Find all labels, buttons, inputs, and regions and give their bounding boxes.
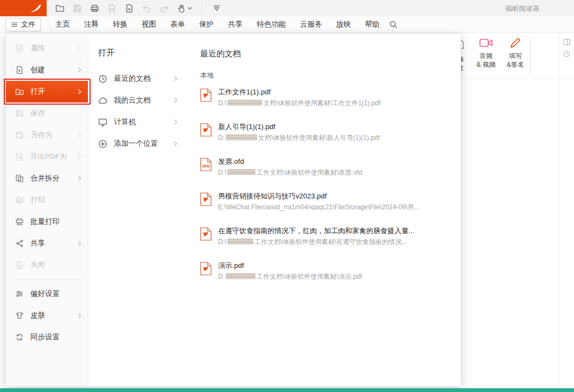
computer-icon: [98, 118, 107, 127]
tab-help[interactable]: 帮助: [358, 16, 387, 33]
customize-toolbar-button[interactable]: [212, 4, 221, 13]
recent-file-item[interactable]: 在遵守饮食指南的情况下，红肉，加工肉和家禽的膳食摄入量...D:\工作文档\体验…: [200, 227, 448, 246]
file-path: D:\工作文档\体验软件使用素材\在遵守饮食指南的情况...: [218, 238, 414, 246]
file-name: 男模营销接待知识与技巧v2023.pdf: [218, 192, 419, 201]
sidebar-item-preferences[interactable]: 偏好设置: [6, 283, 88, 305]
redacted-path-segment: [226, 273, 256, 279]
hand-tool-button[interactable]: [177, 4, 192, 13]
recent-file-item[interactable]: OFD发票.ofdD:\工作文档\体验软件使用素材\发票.ofd: [200, 157, 448, 177]
batch-print-icon: [15, 217, 24, 226]
tab-form[interactable]: 表单: [163, 16, 192, 33]
recent-file-item[interactable]: 工作文件1(1).pdfD:\文档\体验软件使用素材\工作文件1(1).pdf: [200, 88, 448, 107]
chevron-right-icon: [174, 76, 177, 81]
right-panel-icon[interactable]: [563, 38, 571, 46]
properties-icon: [15, 44, 24, 53]
create-pdf-button[interactable]: [125, 4, 134, 13]
ribbon-separator: [530, 36, 531, 75]
tab-convert[interactable]: 转换: [106, 16, 135, 33]
chevron-right-icon: [78, 176, 81, 181]
foxit-logo-icon: [29, 3, 42, 14]
save-as-icon: [15, 131, 24, 139]
sidebar-item-export-pdf[interactable]: 导出PDF为: [6, 146, 88, 168]
sidebar-item-save-as[interactable]: 另存为: [6, 124, 88, 146]
sidebar-item-label: 保存: [30, 108, 45, 118]
foxit-logo[interactable]: [0, 0, 47, 16]
tab-special-features[interactable]: 特色功能: [250, 16, 293, 33]
ribbon-group-audio-video[interactable]: 音频 & 视频: [471, 36, 501, 69]
sidebar-item-print[interactable]: 打印: [6, 189, 88, 211]
sidebar-item-open[interactable]: 打开: [6, 81, 88, 102]
file-name: 在遵守饮食指南的情况下，红肉，加工肉和家禽的膳食摄入量...: [218, 227, 414, 235]
save-icon: [15, 109, 24, 118]
app-title: 福昕阅读器: [506, 4, 540, 14]
app-window: 福昕阅读器 文件 主页注释转换视图表单保护共享特色功能云服务放映帮助 像 注: [0, 0, 574, 392]
sidebar-item-sync-settings[interactable]: 同步设置: [6, 326, 88, 348]
merge-split-icon: [15, 174, 24, 183]
pencil-sign-icon: [509, 36, 522, 49]
recent-file-item[interactable]: 男模营销接待知识与技巧v2023.pdfE:\WeChat Files\wxid…: [200, 192, 448, 211]
svg-text:OFD: OFD: [202, 164, 209, 168]
tab-share[interactable]: 共享: [221, 16, 250, 33]
print-button[interactable]: [90, 4, 99, 13]
open-item-computer[interactable]: 计算机: [98, 111, 185, 133]
open-item-my-cloud-documents[interactable]: 我的云文档: [98, 89, 185, 111]
tab-home[interactable]: 主页: [48, 16, 77, 33]
redo-icon: [160, 4, 169, 13]
recent-files-list: 工作文件1(1).pdfD:\文档\体验软件使用素材\工作文件1(1).pdf新…: [200, 88, 448, 281]
sidebar-item-label: 另存为: [30, 130, 53, 140]
sidebar-item-label: 打印: [30, 195, 45, 205]
sidebar-item-label: 创建: [30, 65, 45, 75]
pdf-file-icon: [200, 227, 212, 241]
right-panel-icon-2[interactable]: [563, 50, 571, 58]
file-name: 演示.pdf: [218, 261, 362, 270]
open-section: 打开 最近的文档我的云文档计算机添加一个位置: [88, 34, 185, 386]
recent-documents-section: 最近的文档 本地 工作文件1(1).pdfD:\文档\体验软件使用素材\工作文件…: [185, 34, 461, 386]
chevron-right-icon: [78, 89, 81, 94]
toolbar-separator: [202, 4, 202, 12]
open-icon: [15, 87, 24, 96]
save-button[interactable]: [73, 4, 82, 13]
ribbon-group-fill-sign[interactable]: 填写 &签名: [501, 36, 530, 69]
file-path: D:\工作文档\体验软件使用素材\发票.ofd: [218, 169, 362, 177]
sidebar-item-skin[interactable]: 皮肤: [6, 305, 88, 326]
cloud-icon: [98, 96, 107, 105]
sidebar-item-close[interactable]: 关闭: [6, 254, 88, 276]
sidebar-item-share[interactable]: 共享: [6, 233, 88, 254]
pdf-file-icon: [200, 123, 212, 137]
sidebar-item-label: 打开: [30, 87, 45, 97]
tab-protect[interactable]: 保护: [192, 16, 221, 33]
file-menu-button[interactable]: 文件: [5, 18, 41, 31]
undo-button[interactable]: [142, 4, 151, 13]
sidebar-item-create[interactable]: 创建: [6, 59, 88, 81]
recent-file-item[interactable]: 新人引导(1)(1).pdfD:文档\体验软件使用素材\新人引导(1)(1).p…: [200, 123, 448, 142]
sidebar-item-label: 皮肤: [30, 311, 45, 320]
pdf-file-icon: [200, 192, 212, 206]
file-menu-button-label: 文件: [21, 20, 35, 29]
sidebar-item-batch-print[interactable]: 批量打印: [6, 211, 88, 233]
hand-icon: [177, 4, 186, 13]
chevron-right-icon: [78, 154, 81, 159]
tab-cloud-service[interactable]: 云服务: [293, 16, 329, 33]
titlebar: 福昕阅读器: [0, 0, 574, 16]
open-item-add-a-place[interactable]: 添加一个位置: [98, 133, 185, 155]
chevron-right-icon: [78, 241, 81, 246]
sidebar-item-merge-split[interactable]: 合并拆分: [6, 168, 88, 189]
tab-view[interactable]: 视图: [135, 16, 163, 33]
tab-comment[interactable]: 注释: [77, 16, 106, 33]
sidebar-item-properties[interactable]: 属性: [6, 37, 88, 59]
redo-button[interactable]: [160, 4, 169, 13]
sidebar-item-save[interactable]: 保存: [6, 102, 88, 124]
search-icon[interactable]: [389, 20, 398, 29]
file-name: 工作文件1(1).pdf: [218, 88, 380, 97]
open-item-label: 我的云文档: [114, 95, 151, 105]
file-path: E:\WeChat Files\wxid_rra1m04nqaqc21\File…: [218, 203, 419, 211]
share-icon: [15, 239, 24, 248]
tab-present[interactable]: 放映: [329, 16, 358, 33]
open-item-recent-documents[interactable]: 最近的文档: [98, 68, 185, 89]
doc-arrow-icon: [107, 4, 117, 13]
redacted-path-segment: [227, 239, 253, 245]
print-current-button[interactable]: [107, 4, 117, 13]
recent-file-item[interactable]: 演示.pdfD:工作文档\体验软件使用素材\演示.pdf: [200, 261, 448, 281]
open-file-button[interactable]: [55, 4, 65, 13]
sidebar-item-label: 偏好设置: [30, 289, 60, 299]
